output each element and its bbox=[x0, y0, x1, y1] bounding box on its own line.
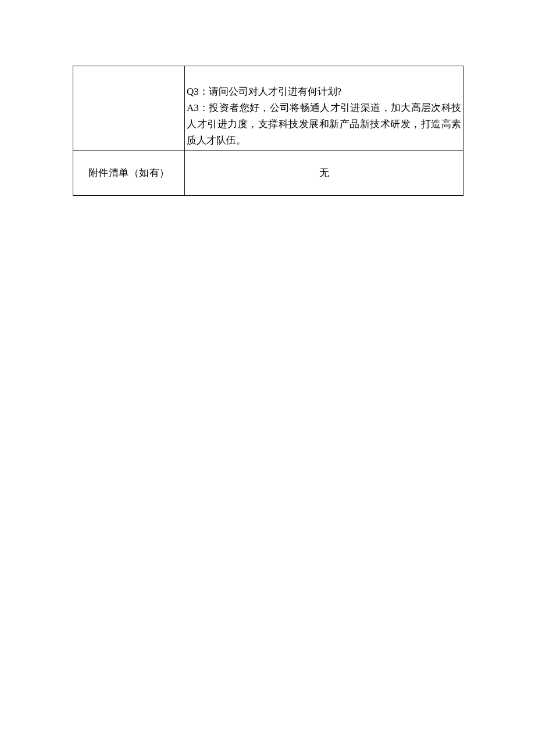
table-row: Q3：请问公司对人才引进有何计划? A3：投资者您好，公司将畅通人才引进渠道，加… bbox=[73, 66, 463, 151]
answer-3: A3：投资者您好，公司将畅通人才引进渠道，加大高层次科技人才引进力度，支撑科技发… bbox=[187, 100, 461, 149]
row1-label-cell bbox=[73, 66, 185, 151]
content-table: Q3：请问公司对人才引进有何计划? A3：投资者您好，公司将畅通人才引进渠道，加… bbox=[73, 66, 463, 196]
question-3: Q3：请问公司对人才引进有何计划? bbox=[187, 84, 461, 100]
attachment-list-label: 附件清单（如有） bbox=[88, 167, 170, 178]
document-page: Q3：请问公司对人才引进有何计划? A3：投资者您好，公司将畅通人才引进渠道，加… bbox=[0, 0, 535, 196]
table-row: 附件清单（如有） 无 bbox=[73, 151, 463, 196]
row1-content-cell: Q3：请问公司对人才引进有何计划? A3：投资者您好，公司将畅通人才引进渠道，加… bbox=[185, 66, 463, 151]
row2-label-cell: 附件清单（如有） bbox=[73, 151, 185, 196]
row2-content-cell: 无 bbox=[185, 151, 463, 196]
attachment-list-value: 无 bbox=[319, 167, 329, 178]
spacer bbox=[187, 67, 461, 84]
